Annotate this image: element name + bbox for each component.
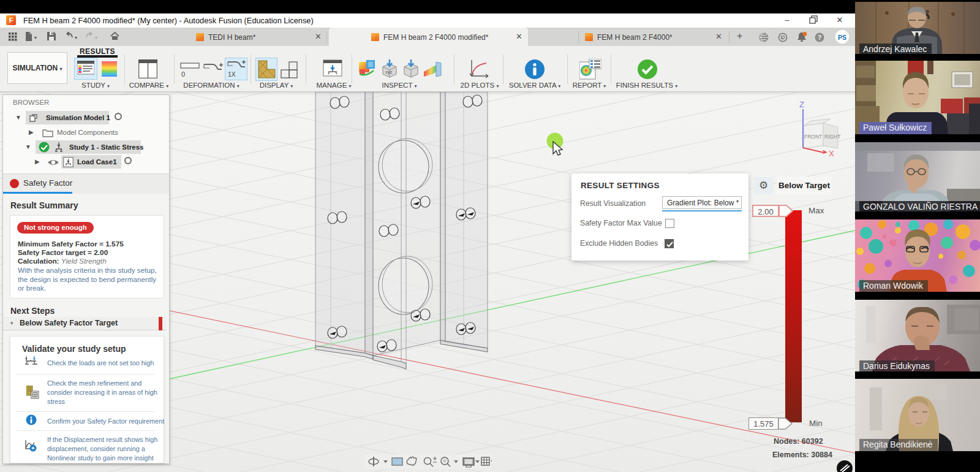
svg-text:1X: 1X	[228, 70, 236, 78]
svg-text:X: X	[829, 149, 834, 158]
svg-text:FRONT: FRONT	[804, 134, 822, 140]
svg-text:0: 0	[181, 70, 185, 78]
svg-text:?: ?	[818, 34, 822, 41]
svg-text:RIGHT: RIGHT	[824, 134, 840, 140]
svg-text:Z: Z	[799, 100, 804, 109]
svg-text:xyz: xyz	[385, 69, 393, 75]
